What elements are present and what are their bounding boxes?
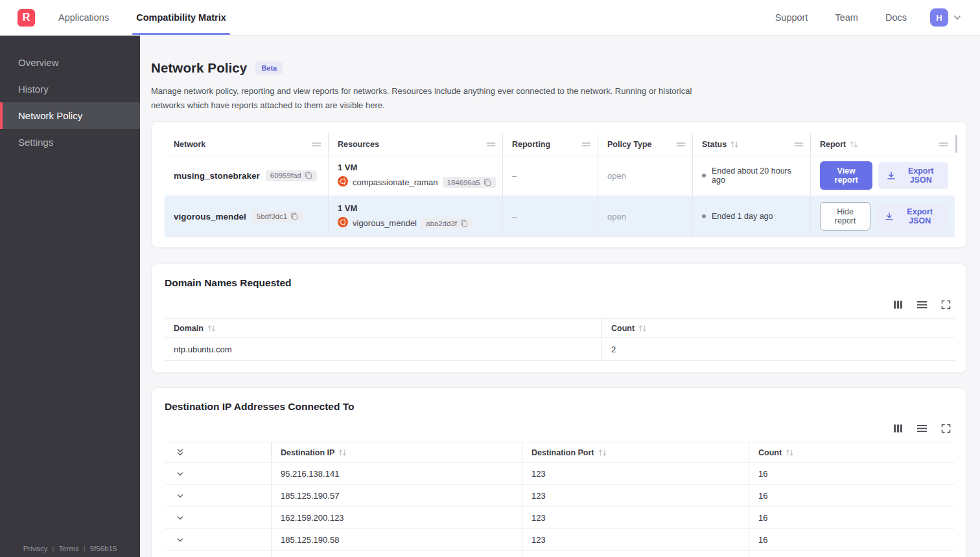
column-header-destination-ip[interactable]: Destination IP [272, 442, 522, 462]
column-label: Destination IP [281, 448, 334, 457]
column-header-network[interactable]: Network [165, 133, 329, 155]
network-id-badge: 5bdf3dc1 [252, 211, 303, 222]
vm-count: 1 VM [338, 163, 496, 172]
ip-table-header: Destination IP Destination Port Count [165, 442, 955, 463]
status-dot-icon [702, 214, 706, 218]
network-id: 60959fad [270, 172, 301, 179]
column-header-resources[interactable]: Resources [329, 133, 503, 155]
fullscreen-icon[interactable] [941, 424, 951, 433]
column-header-count[interactable]: Count [749, 442, 955, 462]
count-cell: 16 [749, 507, 955, 529]
network-id: 5bdf3dc1 [257, 212, 287, 220]
columns-icon[interactable] [893, 300, 903, 310]
ip-cell: 185.125.190.57 [272, 485, 522, 506]
network-name: musing_stonebraker [174, 171, 260, 181]
chevron-down-icon[interactable] [176, 492, 185, 501]
expander-cell [165, 551, 272, 557]
column-menu-icon[interactable] [794, 141, 804, 148]
count-cell: 16 [749, 529, 955, 551]
table-row[interactable]: vigorous_mendel 5bdf3dc1 1 VM vigorous_m… [165, 196, 955, 237]
reporting-cell: – [503, 155, 598, 196]
column-header-policy-type[interactable]: Policy Type [598, 133, 693, 155]
tab-compatibility-matrix[interactable]: Compatibility Matrix [136, 0, 226, 35]
table-row[interactable]: 95.216.138.141 123 16 [165, 463, 955, 485]
copy-icon[interactable] [484, 179, 491, 187]
sidebar-item-overview[interactable]: Overview [0, 49, 140, 76]
ip-cell: 95.216.100.21 [272, 551, 522, 557]
chevron-down-icon[interactable] [953, 13, 962, 22]
reporting-value: – [512, 171, 591, 181]
column-menu-icon[interactable] [939, 141, 948, 148]
fullscreen-icon[interactable] [941, 300, 951, 310]
nav-link-support[interactable]: Support [775, 12, 808, 23]
sidebar-item-history[interactable]: History [0, 76, 140, 102]
table-row[interactable]: 162.159.200.123 123 16 [165, 507, 955, 529]
rows-density-icon[interactable] [916, 424, 928, 433]
sidebar-items: Overview History Network Policy Settings [0, 36, 140, 155]
column-menu-icon[interactable] [486, 141, 496, 148]
nav-link-docs[interactable]: Docs [885, 12, 907, 23]
column-header-status[interactable]: Status [693, 133, 811, 155]
column-header-count[interactable]: Count [602, 319, 955, 337]
report-cell: View report Export JSON [811, 155, 955, 196]
ubuntu-icon [338, 217, 348, 229]
table-row[interactable]: musing_stonebraker 60959fad 1 VM compass… [165, 155, 955, 196]
footer-divider: | [84, 545, 86, 552]
table-toolbar [165, 424, 951, 433]
chevron-down-icon[interactable] [176, 536, 185, 545]
sidebar-item-settings[interactable]: Settings [0, 129, 140, 155]
copy-icon[interactable] [460, 220, 468, 227]
column-header-destination-port[interactable]: Destination Port [522, 442, 749, 462]
terms-link[interactable]: Terms [58, 545, 78, 552]
sort-icon[interactable] [638, 324, 647, 332]
column-label: Report [820, 140, 846, 149]
sort-icon[interactable] [730, 141, 739, 148]
chevron-down-icon[interactable] [176, 514, 185, 523]
copy-icon[interactable] [305, 172, 312, 179]
tab-applications[interactable]: Applications [58, 0, 109, 35]
sort-icon[interactable] [338, 449, 347, 457]
privacy-link[interactable]: Privacy [23, 545, 48, 552]
ip-cell: 95.216.138.141 [272, 463, 522, 484]
sidebar-item-network-policy[interactable]: Network Policy [0, 102, 140, 129]
column-header-domain[interactable]: Domain [165, 319, 602, 337]
app-logo[interactable]: R [18, 9, 35, 27]
view-report-button[interactable]: View report [820, 161, 872, 190]
table-row[interactable]: 185.125.190.57 123 16 [165, 485, 955, 507]
columns-icon[interactable] [893, 424, 903, 433]
expand-all-icon[interactable] [176, 448, 185, 457]
nav-link-team[interactable]: Team [835, 12, 858, 23]
column-header-report[interactable]: Report [811, 133, 955, 155]
column-menu-icon[interactable] [581, 141, 591, 148]
domain-table: Domain Count ntp.ubuntu.com 2 [165, 318, 955, 361]
column-label: Status [702, 140, 727, 149]
sort-icon[interactable] [598, 449, 607, 457]
page-header: Network Policy Beta [151, 60, 967, 76]
column-menu-icon[interactable] [312, 141, 321, 148]
table-row[interactable]: 185.125.190.58 123 16 [165, 529, 955, 551]
avatar[interactable]: H [930, 8, 948, 27]
export-json-button[interactable]: Export JSON [878, 162, 948, 189]
column-menu-icon[interactable] [676, 141, 686, 148]
column-label: Reporting [512, 140, 550, 149]
port-cell: 123 [522, 485, 749, 506]
sort-icon[interactable] [207, 324, 216, 332]
column-header-reporting[interactable]: Reporting [503, 133, 598, 155]
port-cell: 123 [522, 529, 749, 551]
chevron-down-icon[interactable] [176, 470, 185, 479]
report-cell: Hide report Export JSON [811, 196, 955, 236]
sort-icon[interactable] [786, 449, 794, 457]
table-scrollbar[interactable] [955, 135, 957, 153]
table-row[interactable]: ntp.ubuntu.com 2 [165, 338, 955, 361]
table-row[interactable]: 95.216.100.21 123 16 [165, 551, 955, 557]
status-text: Ended 1 day ago [712, 212, 773, 221]
reporting-value: – [512, 212, 591, 222]
sort-icon[interactable] [850, 141, 858, 148]
export-json-button[interactable]: Export JSON [876, 203, 948, 230]
copy-icon[interactable] [290, 212, 298, 220]
status-cell: Ended about 20 hours ago [693, 155, 811, 196]
export-label: Export JSON [900, 207, 940, 225]
rows-density-icon[interactable] [916, 300, 928, 310]
sidebar-footer: Privacy|Terms|5f56b15 [0, 545, 140, 552]
hide-report-button[interactable]: Hide report [820, 202, 870, 231]
